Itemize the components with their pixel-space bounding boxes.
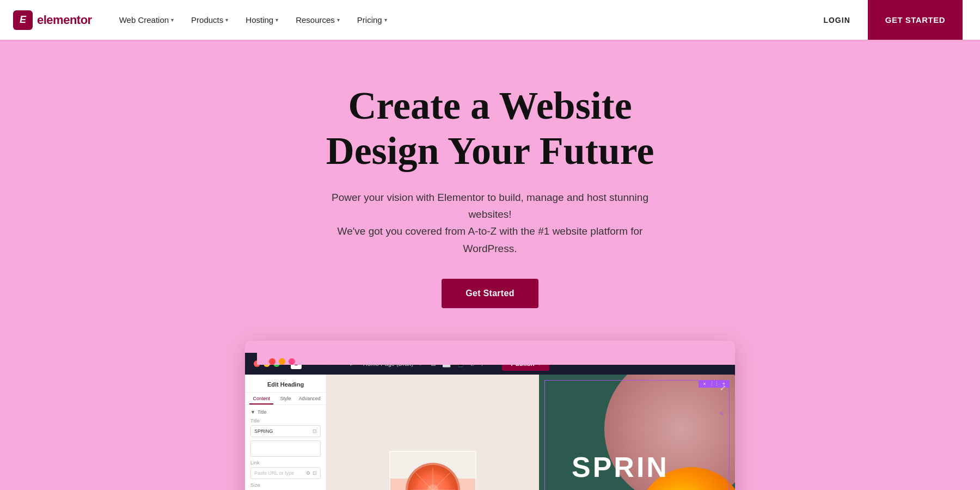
login-button[interactable]: LOGIN <box>814 11 859 29</box>
get-started-nav-button[interactable]: GET STARTED <box>868 0 963 40</box>
edit-pencil-icon[interactable]: ✎ <box>719 411 724 418</box>
nav-left: E elementor Web Creation ▾ Products ▾ Ho… <box>13 10 395 30</box>
cocktail-glass-image <box>384 434 482 490</box>
nav-item-pricing[interactable]: Pricing ▾ <box>350 11 395 29</box>
hero-section: Create a Website Design Your Future Powe… <box>0 40 980 490</box>
chevron-down-icon: ▾ <box>337 17 340 23</box>
panel-section-title: ▼ Title Title SPRING ⊡ Link Paste URL or… <box>245 405 326 490</box>
spring-heading[interactable]: SPRIN <box>572 451 669 483</box>
panel-tab-advanced[interactable]: Advanced <box>298 396 322 405</box>
editor-panel: Edit Heading Content Style Advanced ▼ <box>245 375 327 490</box>
glass-body <box>389 451 476 490</box>
canvas-right-panel: × ⋮⋮ + ⤢ ✎ SPRIN <box>539 375 735 490</box>
title-textarea[interactable] <box>250 440 321 457</box>
chevron-down-icon: ▾ <box>275 17 278 23</box>
logo-text: elementor <box>37 13 92 27</box>
chevron-down-icon: ▾ <box>171 17 174 23</box>
hero-subtitle: Power your vision with Elementor to buil… <box>321 189 659 257</box>
window-dots <box>257 353 735 365</box>
title-input[interactable]: SPRING ⊡ <box>250 425 321 437</box>
link-input[interactable]: Paste URL or type ⚙ ⊡ <box>250 467 321 479</box>
nav-item-resources[interactable]: Resources ▾ <box>288 11 347 29</box>
nav-right: LOGIN GET STARTED <box>814 0 963 40</box>
navbar: E elementor Web Creation ▾ Products ▾ Ho… <box>0 0 980 40</box>
link-icons: ⚙ ⊡ <box>306 470 317 476</box>
nav-item-products[interactable]: Products ▾ <box>183 11 236 29</box>
dot-pink <box>289 358 295 365</box>
hero-title: Create a Website Design Your Future <box>326 83 654 174</box>
logo-icon: E <box>13 10 33 30</box>
dot-orange <box>279 358 285 365</box>
nav-item-hosting[interactable]: Hosting ▾ <box>238 11 286 29</box>
editor-canvas: × ⋮⋮ + ⤢ ✎ SPRIN <box>327 375 735 490</box>
editor-area: Edit Heading Content Style Advanced ▼ <box>245 375 735 490</box>
grapefruit-slice <box>406 463 460 490</box>
expand-icon[interactable]: ⤢ <box>720 383 726 392</box>
logo[interactable]: E elementor <box>13 10 92 30</box>
panel-title: Edit Heading <box>245 379 326 393</box>
panel-tabs: Content Style Advanced <box>245 393 326 405</box>
canvas-inner: × ⋮⋮ + ⤢ ✎ SPRIN <box>327 375 735 490</box>
nav-links: Web Creation ▾ Products ▾ Hosting ▾ Reso… <box>112 11 395 29</box>
chevron-down-icon: ▾ <box>384 17 387 23</box>
dot-red <box>269 358 275 365</box>
browser-mockup: E + ≡ ⌕ ↺ 💬 Home Page (Draft) ⚙ 🖥 ⬜ 📱 ⌕ … <box>245 341 735 490</box>
dynamic-icon: ⊡ <box>313 428 317 434</box>
section-title-label: ▼ Title <box>250 409 321 415</box>
hero-cta-button[interactable]: Get Started <box>442 279 538 308</box>
link-settings-icon: ⚙ <box>306 470 310 476</box>
chevron-down-icon: ▾ <box>225 17 228 23</box>
size-row: Size <box>250 482 321 489</box>
panel-tab-content[interactable]: Content <box>249 396 273 405</box>
nav-item-web-creation[interactable]: Web Creation ▾ <box>112 11 181 29</box>
title-field-label: Title <box>250 418 321 424</box>
link-dynamic-icon: ⊡ <box>313 470 317 476</box>
link-field-label: Link <box>250 460 321 465</box>
panel-tab-style[interactable]: Style <box>273 396 297 405</box>
canvas-left-panel <box>327 375 539 490</box>
